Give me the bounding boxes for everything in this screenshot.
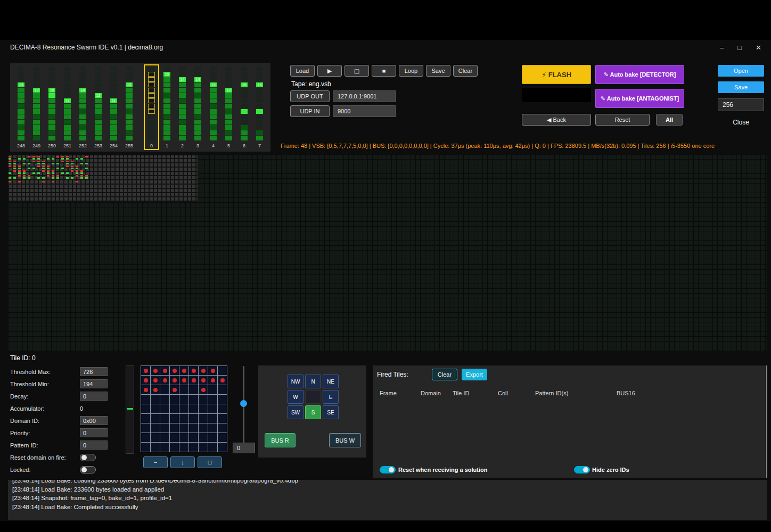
pattern-cell[interactable] bbox=[189, 376, 198, 385]
pattern-cell[interactable] bbox=[170, 376, 179, 385]
udp-out-button[interactable]: UDP OUT bbox=[290, 90, 330, 102]
locked-toggle[interactable] bbox=[80, 466, 96, 473]
pattern-cell[interactable] bbox=[199, 443, 208, 452]
threshold-max-input[interactable] bbox=[80, 367, 108, 376]
pattern-cell[interactable] bbox=[160, 395, 169, 404]
fired-export-button[interactable]: Export bbox=[462, 369, 487, 380]
pattern-cell[interactable] bbox=[160, 366, 169, 375]
pattern-cell[interactable] bbox=[151, 433, 160, 442]
udp-out-address-input[interactable] bbox=[333, 90, 396, 102]
pattern-cell[interactable] bbox=[218, 376, 227, 385]
pattern-cell[interactable] bbox=[151, 443, 160, 452]
pattern-cell[interactable] bbox=[189, 366, 198, 375]
pattern-cell[interactable] bbox=[189, 433, 198, 442]
vu-meter-6[interactable]: 156 bbox=[241, 66, 248, 148]
pattern-cell[interactable] bbox=[208, 376, 217, 385]
pattern-cell[interactable] bbox=[179, 423, 188, 433]
pattern-cell[interactable] bbox=[208, 443, 217, 452]
pattern-cell[interactable] bbox=[170, 443, 179, 452]
pattern-clear-button[interactable]: □ bbox=[198, 456, 222, 468]
pattern-cell[interactable] bbox=[141, 423, 150, 433]
pattern-cell[interactable] bbox=[199, 414, 208, 423]
pattern-cell[interactable] bbox=[208, 423, 217, 433]
udp-in-port-input[interactable] bbox=[333, 105, 396, 117]
vu-meter-7[interactable]: 157 bbox=[256, 66, 263, 148]
load-button[interactable]: Load bbox=[290, 65, 315, 77]
pattern-cell[interactable] bbox=[218, 414, 227, 423]
play-button[interactable]: ▶ bbox=[317, 65, 342, 77]
pattern-cell[interactable] bbox=[179, 376, 188, 385]
minimize-button[interactable]: – bbox=[720, 44, 724, 52]
vu-meter-255[interactable]: 13255 bbox=[126, 66, 133, 148]
pattern-cell[interactable] bbox=[208, 414, 217, 423]
all-button[interactable]: All bbox=[656, 114, 683, 126]
pattern-cell[interactable] bbox=[170, 395, 179, 404]
pattern-cell[interactable] bbox=[141, 414, 150, 423]
pattern-cell[interactable] bbox=[199, 376, 208, 385]
pattern-cell[interactable] bbox=[141, 395, 150, 404]
pattern-id-input[interactable] bbox=[80, 440, 108, 450]
pattern-cell[interactable] bbox=[160, 404, 169, 413]
pad-s-button[interactable]: S bbox=[305, 405, 321, 419]
pattern-cell[interactable] bbox=[141, 376, 150, 385]
pattern-cell[interactable] bbox=[160, 443, 169, 452]
pattern-cell[interactable] bbox=[199, 433, 208, 442]
close-panel-button[interactable]: Close bbox=[718, 117, 764, 128]
pattern-cell[interactable] bbox=[170, 423, 179, 433]
pattern-cell[interactable] bbox=[189, 443, 198, 452]
pattern-cell[interactable] bbox=[208, 404, 217, 413]
pattern-cell[interactable] bbox=[151, 376, 160, 385]
vu-meter-252[interactable]: 14252 bbox=[79, 66, 86, 148]
pattern-cell[interactable] bbox=[208, 385, 217, 394]
pattern-cell[interactable] bbox=[170, 366, 179, 375]
tile-count-input[interactable] bbox=[718, 98, 764, 111]
reset-domain-on-fire-toggle[interactable] bbox=[80, 454, 96, 461]
close-button[interactable]: ✕ bbox=[756, 44, 761, 52]
pattern-cell[interactable] bbox=[151, 404, 160, 413]
threshold-min-input[interactable] bbox=[80, 379, 108, 388]
bus-read-button[interactable]: BUS R bbox=[265, 433, 296, 447]
pattern-cell[interactable] bbox=[218, 385, 227, 394]
vu-meter-1[interactable]: 151 bbox=[163, 66, 170, 148]
vu-meter-248[interactable]: 13248 bbox=[18, 66, 24, 148]
open-button[interactable]: Open bbox=[718, 65, 764, 77]
pattern-cell[interactable] bbox=[179, 433, 188, 442]
pad-w-button[interactable]: W bbox=[288, 390, 304, 404]
save-tape-button[interactable]: Save bbox=[426, 65, 450, 77]
pattern-cell[interactable] bbox=[151, 414, 160, 423]
pad-se-button[interactable]: SE bbox=[323, 405, 339, 419]
slider-value-field[interactable]: 0 bbox=[233, 443, 255, 453]
pattern-cell[interactable] bbox=[218, 395, 227, 404]
pattern-cell[interactable] bbox=[199, 366, 208, 375]
domain-id-input[interactable] bbox=[80, 416, 108, 425]
clear-tape-button[interactable]: Clear bbox=[453, 65, 478, 77]
pattern-cell[interactable] bbox=[160, 376, 169, 385]
vu-meter-3[interactable]: 143 bbox=[194, 66, 201, 148]
vu-meter-0[interactable]: 0 bbox=[148, 66, 155, 148]
pattern-cell[interactable] bbox=[170, 404, 179, 413]
pattern-cell[interactable] bbox=[199, 395, 208, 404]
pattern-cell[interactable] bbox=[151, 423, 160, 433]
pattern-cell[interactable] bbox=[208, 366, 217, 375]
pattern-cell[interactable] bbox=[218, 423, 227, 433]
pattern-cell[interactable] bbox=[189, 385, 198, 394]
pattern-cell[interactable] bbox=[151, 366, 160, 375]
pattern-cell[interactable] bbox=[141, 385, 150, 394]
pattern-cell[interactable] bbox=[160, 385, 169, 394]
bus-write-button[interactable]: BUS W bbox=[329, 433, 361, 447]
vu-meter-254[interactable]: 11254 bbox=[110, 66, 117, 148]
pattern-cell[interactable] bbox=[189, 423, 198, 433]
pattern-cell[interactable] bbox=[179, 366, 188, 375]
reset-on-solution-toggle[interactable] bbox=[380, 466, 396, 473]
udp-in-button[interactable]: UDP IN bbox=[290, 105, 330, 117]
pattern-editor-grid[interactable] bbox=[141, 365, 227, 452]
step-button[interactable]: ▢ bbox=[345, 65, 369, 77]
pattern-cell[interactable] bbox=[151, 395, 160, 404]
fired-tiles-scrollbar[interactable] bbox=[766, 365, 767, 478]
pattern-cell[interactable] bbox=[218, 366, 227, 375]
pattern-cell[interactable] bbox=[189, 395, 198, 404]
auto-bake-antagonist-button[interactable]: ✎ Auto bake [ANTAGONIST] bbox=[595, 89, 684, 108]
pattern-cell[interactable] bbox=[189, 414, 198, 423]
pattern-cell[interactable] bbox=[170, 414, 179, 423]
pad-e-button[interactable]: E bbox=[323, 390, 339, 404]
